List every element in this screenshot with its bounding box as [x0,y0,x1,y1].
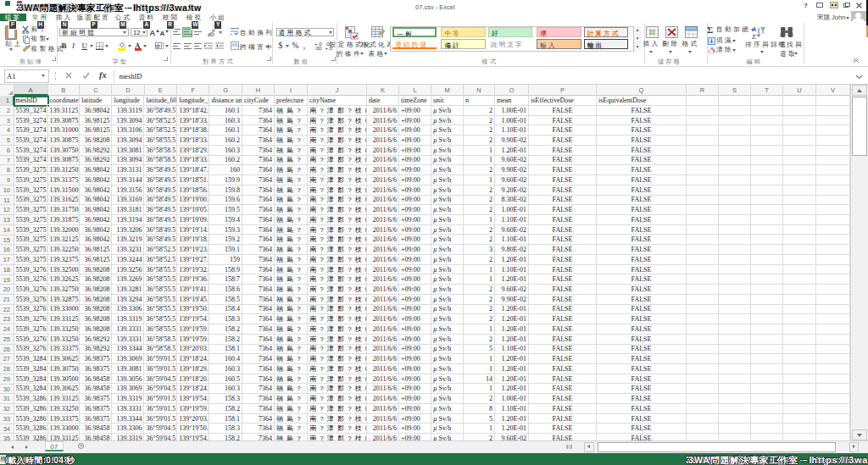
svg-text:ab: ab [208,31,214,37]
svg-text:Z: Z [752,32,756,40]
